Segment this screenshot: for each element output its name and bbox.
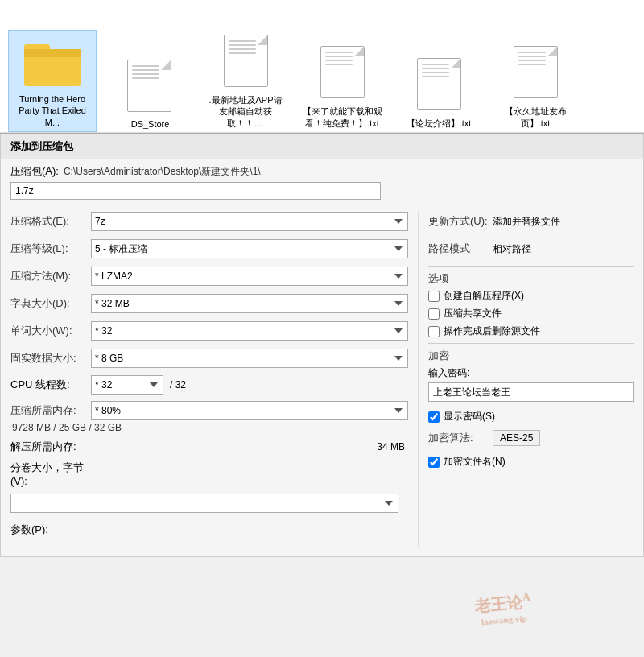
show-pwd-label[interactable]: 显示密码(S) (444, 410, 495, 424)
opt1-row: 创建自解压程序(X) (428, 289, 634, 303)
solid-label: 固实数据大小: (10, 351, 91, 366)
path-mode-value: 相对路径 (493, 242, 634, 256)
archive-name-input[interactable] (10, 182, 381, 200)
enc-algo-label: 加密算法: (428, 431, 493, 445)
file-item-came[interactable]: 【来了就能下载和观看！纯免费！】.txt (298, 43, 386, 132)
level-row: 压缩等级(L): 5 - 标准压缩 0 - 仅存储 9 - 极限压缩 (10, 238, 408, 259)
dict-select[interactable]: * 32 MB 16 MB 64 MB (91, 294, 408, 313)
separator-1 (428, 266, 634, 267)
file-name-forum: 【论坛介绍】.txt (407, 118, 472, 129)
file-item-perm[interactable]: 【永久地址发布页】.txt (491, 43, 580, 132)
word-label: 单词大小(W): (10, 324, 91, 338)
vol-select[interactable] (10, 494, 398, 513)
update-row: 更新方式(U): 添加并替换文件 (428, 211, 634, 232)
doc-icon-newest (217, 35, 274, 91)
method-row: 压缩方法(M): * LZMA2 LZMA PPMd (10, 266, 408, 287)
word-row: 单词大小(W): * 32 16 64 (10, 320, 408, 341)
file-name-perm: 【永久地址发布页】.txt (494, 105, 576, 129)
format-row: 压缩格式(E): 7z zip tar (10, 211, 408, 232)
method-select[interactable]: * LZMA2 LZMA PPMd (91, 267, 408, 286)
options-title: 选项 (428, 271, 634, 286)
cpu-row: CPU 线程数: * 32 16 8 / 32 (10, 375, 408, 395)
archive-path-value: C:\Users\Administrator\Desktop\新建文件夹\1\ (64, 165, 261, 179)
level-select[interactable]: 5 - 标准压缩 0 - 仅存储 9 - 极限压缩 (91, 239, 408, 258)
opt1-checkbox[interactable] (428, 291, 440, 302)
path-mode-label: 路径模式 (428, 242, 493, 256)
solid-row: 固实数据大小: * 8 GB 4 GB 2 GB (10, 348, 408, 369)
doc-icon-came (314, 46, 370, 102)
folder-icon-wrap (24, 34, 80, 90)
file-bar: Turning the Hero Party That Exiled M... … (0, 0, 644, 133)
dict-control[interactable]: * 32 MB 16 MB 64 MB (91, 294, 408, 313)
watermark: 老王论A laowang.vip (473, 591, 532, 627)
file-item-folder[interactable]: Turning the Hero Party That Exiled M... (8, 30, 97, 132)
enc-file-label[interactable]: 加密文件名(N) (444, 455, 506, 469)
comp-mem-row: 压缩所需内存: * 80% 50% 100% 9728 MB / 25 GB /… (10, 401, 408, 433)
decomp-row: 解压所需内存: 34 MB (10, 440, 408, 454)
path-mode-row: 路径模式 相对路径 (428, 238, 634, 259)
solid-control[interactable]: * 8 GB 4 GB 2 GB (91, 349, 408, 368)
svg-rect-2 (24, 49, 80, 57)
mem-select[interactable]: * 80% 50% 100% (91, 401, 408, 420)
decomp-val: 34 MB (91, 441, 408, 452)
opt3-label[interactable]: 操作完成后删除源文件 (444, 324, 540, 338)
format-control[interactable]: 7z zip tar (91, 212, 408, 231)
dialog-body: 压缩格式(E): 7z zip tar 压缩等级(L): 5 - 标准压缩 0 … (1, 201, 643, 556)
enc-algo-value: AES-25 (493, 430, 540, 446)
comp-mem-label: 压缩所需内存: (10, 403, 91, 418)
show-pwd-row: 显示密码(S) (428, 410, 634, 424)
word-select[interactable]: * 32 16 64 (91, 321, 408, 341)
cpu-select[interactable]: * 32 16 8 (91, 375, 163, 395)
enc-file-checkbox[interactable] (428, 457, 440, 468)
level-control[interactable]: 5 - 标准压缩 0 - 仅存储 9 - 极限压缩 (91, 239, 408, 258)
file-item-ds-store[interactable]: .DS_Store (105, 56, 193, 132)
file-name-folder: Turning the Hero Party That Exiled M... (12, 93, 93, 128)
dialog-right: 更新方式(U): 添加并替换文件 路径模式 相对路径 选项 创建自解压程序(X)… (418, 211, 643, 547)
add-to-archive-dialog: 添加到压缩包 压缩包(A): C:\Users\Administrator\De… (0, 133, 644, 557)
file-name-ds: .DS_Store (129, 119, 170, 129)
method-control[interactable]: * LZMA2 LZMA PPMd (91, 267, 408, 286)
dialog-left: 压缩格式(E): 7z zip tar 压缩等级(L): 5 - 标准压缩 0 … (1, 211, 418, 547)
separator-2 (428, 343, 634, 344)
dialog-title: 添加到压缩包 (1, 134, 643, 159)
dict-label: 字典大小(D): (10, 296, 91, 311)
dict-row: 字典大小(D): * 32 MB 16 MB 64 MB (10, 293, 408, 314)
show-pwd-checkbox[interactable] (428, 411, 440, 423)
enc-title: 加密 (428, 349, 634, 363)
file-item-newest[interactable]: .最新地址及APP请发邮箱自动获取！！.... (201, 31, 290, 132)
decomp-label: 解压所需内存: (10, 440, 91, 454)
file-name-newest: .最新地址及APP请发邮箱自动获取！！.... (204, 94, 287, 129)
comp-mem-control[interactable]: * 80% 50% 100% (91, 401, 408, 420)
method-label: 压缩方法(M): (10, 269, 91, 283)
opt1-label[interactable]: 创建自解压程序(X) (444, 289, 524, 303)
param-label: 参数(P): (10, 523, 91, 537)
archive-path-section: 压缩包(A): C:\Users\Administrator\Desktop\新… (1, 159, 643, 201)
pwd-label: 输入密码: (428, 366, 634, 380)
cpu-label: CPU 线程数: (10, 378, 91, 392)
doc-icon-perm (507, 46, 564, 102)
solid-select[interactable]: * 8 GB 4 GB 2 GB (91, 349, 408, 368)
opt3-row: 操作完成后删除源文件 (428, 324, 634, 338)
archive-label: 压缩包(A): (10, 164, 59, 179)
vol-row: 分卷大小，字节(V): (10, 461, 408, 487)
format-label: 压缩格式(E): (10, 214, 91, 229)
word-control[interactable]: * 32 16 64 (91, 321, 408, 341)
param-row: 参数(P): (10, 519, 408, 540)
opt2-checkbox[interactable] (428, 308, 440, 320)
password-input[interactable] (428, 382, 634, 402)
mem-detail: 9728 MB / 25 GB / 32 GB (10, 422, 122, 433)
opt2-row: 压缩共享文件 (428, 307, 634, 320)
update-label: 更新方式(U): (428, 214, 493, 229)
opt3-checkbox[interactable] (428, 326, 440, 337)
opt2-label[interactable]: 压缩共享文件 (444, 307, 502, 320)
file-name-came: 【来了就能下载和观看！纯免费！】.txt (301, 105, 383, 129)
doc-icon-forum (411, 58, 467, 114)
doc-icon-ds (121, 60, 177, 116)
file-item-forum[interactable]: 【论坛介绍】.txt (394, 55, 483, 132)
update-value: 添加并替换文件 (493, 215, 634, 229)
cpu-total: / 32 (170, 379, 186, 390)
enc-algo-row: 加密算法: AES-25 (428, 428, 634, 448)
level-label: 压缩等级(L): (10, 242, 91, 256)
format-select[interactable]: 7z zip tar (91, 212, 408, 231)
enc-file-row: 加密文件名(N) (428, 455, 634, 469)
